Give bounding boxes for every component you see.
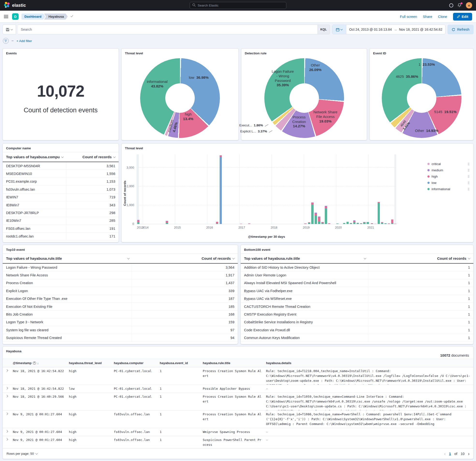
table-row[interactable]: Logon Type 3 - Network 159 xyxy=(3,318,238,326)
table-row[interactable]: Addition of SID History to Active Direct… xyxy=(241,264,473,271)
cell-event-id: 1 xyxy=(158,428,201,436)
table-row[interactable]: Network Share File Access 1,917 xyxy=(3,271,238,279)
help-icon[interactable] xyxy=(449,3,453,8)
table-row[interactable]: Bits Job Creation 168 xyxy=(3,310,238,318)
chevron-down-icon[interactable] xyxy=(113,155,116,158)
donut-hole xyxy=(165,83,195,113)
expand-row-button[interactable] xyxy=(3,385,11,391)
table-row[interactable]: Admin User Remote Logon 1 xyxy=(241,271,473,279)
table-row[interactable]: CMSTP Execution Registry Event 1 xyxy=(241,310,473,318)
legend-item[interactable]: high ⣿ xyxy=(427,175,469,178)
column-field[interactable]: Top values of hayabusa.rule.title xyxy=(6,256,62,260)
global-search[interactable] xyxy=(190,2,286,9)
table-row[interactable]: Suspicious Remote Thread Created 94 xyxy=(3,334,238,342)
table-row[interactable]: rootdc1.offsec.lan 171 xyxy=(3,233,119,240)
refresh-button[interactable]: Refresh xyxy=(448,25,474,34)
expand-row-button[interactable] xyxy=(3,428,11,434)
legend-dot xyxy=(427,175,430,178)
table-row[interactable]: Bypass UAC via Fodhelper.exe 1 xyxy=(241,287,473,295)
column-field[interactable]: Top values of hayabusa.compu xyxy=(6,155,60,159)
query-bar: KQL Oct 24, 2013 @ 01:16:13.84 → Nov 18,… xyxy=(2,25,474,34)
sort-desc-icon[interactable]: ↓ xyxy=(37,361,39,365)
column-count[interactable]: Count of records xyxy=(82,155,112,159)
breadcrumb-dashboard[interactable]: Dashboard xyxy=(22,14,45,20)
chevron-down-icon[interactable] xyxy=(61,155,64,158)
table-row[interactable]: Logon Failure - Wrong Password 3,564 xyxy=(3,264,238,271)
rows-per-page-select[interactable]: Rows per page: 50 xyxy=(7,452,37,455)
edit-button[interactable]: Edit xyxy=(453,13,472,21)
table-row[interactable]: IE8Win7 343 xyxy=(3,201,119,209)
avatar[interactable]: e xyxy=(466,2,472,9)
column-field[interactable]: Top values of hayabusa.rule.title xyxy=(244,256,300,260)
legend-item[interactable]: critical ⣿ xyxy=(427,162,469,166)
column-threat-level[interactable]: hayabusa.threat_level xyxy=(67,359,112,367)
table-row[interactable]: Code Execution via Pcwutl.dll 1 xyxy=(241,326,473,334)
table-row[interactable]: PC01.example.corp 1,153 xyxy=(3,178,119,186)
table-row[interactable]: DESKTOP-M5SN04R 3,561 xyxy=(3,162,119,170)
chevron-down-icon[interactable] xyxy=(127,257,129,259)
add-filter-button[interactable]: + Add filter xyxy=(17,39,32,43)
table-header: Top values of hayabusa.rule.title Count … xyxy=(241,254,473,264)
global-search-input[interactable] xyxy=(198,4,284,7)
table-row[interactable]: fs03vuln.offsec.lan 1,073 xyxy=(3,186,119,193)
column-rule-title[interactable]: hayabusa.rule.title xyxy=(201,359,264,367)
chevron-down-icon[interactable] xyxy=(232,257,235,259)
current-page[interactable]: 1 xyxy=(449,452,451,456)
expand-row-button[interactable] xyxy=(3,436,11,442)
date-to[interactable]: Nov 18, 2021 @ 16:42:54.82 xyxy=(399,27,442,31)
menu-icon[interactable] xyxy=(4,15,8,18)
page-of-label: of xyxy=(454,452,457,456)
date-from[interactable]: Oct 24, 2013 @ 01:16:13.84 xyxy=(349,27,392,31)
notifications-icon[interactable] xyxy=(457,3,462,8)
search-input[interactable] xyxy=(18,25,317,34)
chevron-down-icon[interactable] xyxy=(364,257,366,259)
clone-button[interactable]: Clone xyxy=(438,15,447,19)
kql-badge[interactable]: KQL xyxy=(317,25,330,34)
elastic-logo[interactable]: elastic xyxy=(4,2,26,9)
column-count[interactable]: Count of records xyxy=(437,256,466,260)
legend-item[interactable]: informational ⣿ xyxy=(427,187,469,191)
column-count[interactable]: Count of records xyxy=(202,256,231,260)
expand-row-button[interactable] xyxy=(3,367,11,373)
dashboard-app-icon[interactable]: D xyxy=(12,13,19,20)
table-row[interactable]: Execution Of Other File Type Than .exe 1… xyxy=(3,295,238,303)
drag-handle-icon[interactable]: ⣿ xyxy=(468,169,469,172)
drag-handle-icon[interactable]: ⣿ xyxy=(468,188,469,191)
share-button[interactable]: Share xyxy=(423,15,432,19)
computer-table-rows: DESKTOP-M5SN04R 3,561 MSEDGEWIN10 1,556 … xyxy=(3,162,119,242)
legend-item[interactable]: low ⣿ xyxy=(427,181,469,185)
drag-handle-icon[interactable]: ⣿ xyxy=(468,175,469,178)
filter-icon[interactable] xyxy=(3,38,9,44)
column-computer[interactable]: hayabusa.computer xyxy=(112,359,158,367)
full-screen-button[interactable]: Full screen xyxy=(400,15,417,19)
table-row[interactable]: Execution Of Not Existing File 185 xyxy=(3,303,238,310)
column-details[interactable]: hayabusa.details xyxy=(264,359,473,367)
previous-page-button[interactable]: ‹ xyxy=(444,451,446,456)
expand-row-button[interactable] xyxy=(3,410,11,416)
legend-item[interactable]: medium ⣿ xyxy=(427,168,469,172)
expand-row-button[interactable] xyxy=(3,393,11,398)
column-event-id[interactable]: hayabusa.event_id xyxy=(158,359,201,367)
column-timestamp[interactable]: @timestamp ↓ xyxy=(11,359,67,367)
drag-handle-icon[interactable]: ⣿ xyxy=(468,181,469,184)
histogram-plot[interactable]: 20132014201520162017201820192020202101,0… xyxy=(136,154,396,224)
calendar-button[interactable] xyxy=(332,25,346,34)
saved-query-button[interactable] xyxy=(2,25,16,34)
table-row[interactable]: IE10Win7 285 xyxy=(3,217,119,225)
drag-handle-icon[interactable]: ⣿ xyxy=(468,162,469,165)
table-row[interactable]: FS03.offsec.lan 191 xyxy=(3,225,119,232)
table-row[interactable]: Process Creation 1,437 xyxy=(3,279,238,287)
table-row[interactable]: CACTUSTORCH Remote Thread Creation 1 xyxy=(241,303,473,310)
table-row[interactable]: Explicit Logon 339 xyxy=(3,287,238,295)
next-page-button[interactable]: › xyxy=(468,451,469,456)
table-row[interactable]: Commun Autorun Keys Modification 1 xyxy=(241,334,473,342)
table-row[interactable]: DESKTOP-JR78RLP 298 xyxy=(3,209,119,217)
table-row[interactable]: MSEDGEWIN10 1,556 xyxy=(3,170,119,178)
table-row[interactable]: CobaltStrike Service Installations in Re… xyxy=(241,318,473,326)
slice-label: high13.4% xyxy=(183,112,194,121)
table-row[interactable]: Bypass UAC via WSReset.exe 1 xyxy=(241,295,473,303)
chevron-down-icon[interactable] xyxy=(468,257,470,259)
table-row[interactable]: Always Install Elevated MSI Spawned Cmd … xyxy=(241,279,473,287)
table-row[interactable]: System log file was cleared 97 xyxy=(3,326,238,334)
table-row[interactable]: IEWIN7 719 xyxy=(3,194,119,201)
